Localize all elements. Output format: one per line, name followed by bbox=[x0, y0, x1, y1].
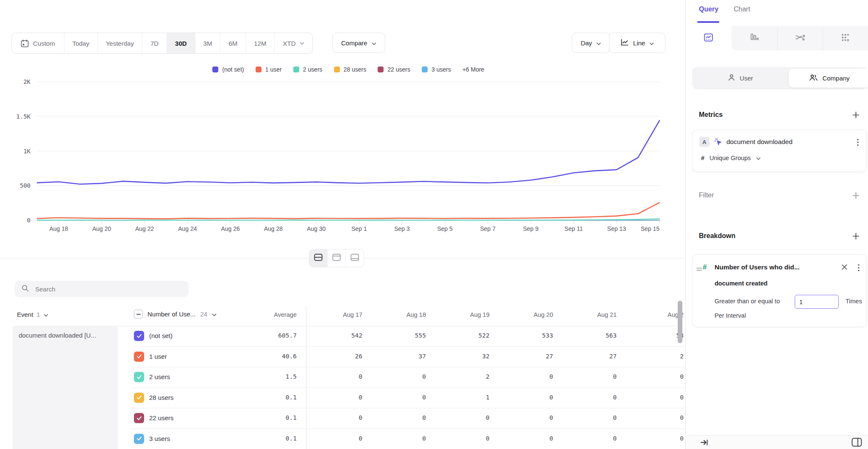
chart-tab-grid[interactable] bbox=[823, 26, 868, 50]
svg-text:Aug 24: Aug 24 bbox=[178, 225, 197, 232]
svg-text:Sep 11: Sep 11 bbox=[565, 225, 583, 232]
row-checkbox[interactable] bbox=[134, 393, 144, 403]
divider bbox=[131, 429, 685, 429]
column-header[interactable]: Average bbox=[274, 311, 297, 318]
layout-chart-only-button[interactable] bbox=[327, 249, 345, 267]
layout-table-only-button[interactable] bbox=[345, 249, 364, 267]
layout-split-button[interactable] bbox=[309, 249, 327, 267]
series-count: 24 bbox=[200, 310, 207, 318]
cell-value: 0 bbox=[422, 373, 426, 380]
svg-text:Sep 1: Sep 1 bbox=[351, 225, 367, 232]
svg-text:Aug 26: Aug 26 bbox=[221, 225, 240, 232]
range-button-12m[interactable]: 12M bbox=[245, 33, 274, 53]
drag-handle-icon[interactable] bbox=[696, 266, 702, 273]
row-checkbox[interactable] bbox=[134, 434, 144, 444]
indeterminate-checkbox[interactable] bbox=[134, 310, 143, 319]
side-panel-icon[interactable] bbox=[851, 438, 862, 449]
analytics-dashboard: CustomTodayYesterday7D30D3M6M12MXTD Comp… bbox=[0, 0, 868, 449]
scope-company-button[interactable]: Company bbox=[789, 69, 868, 88]
cell-value: 555 bbox=[415, 332, 426, 339]
svg-text:Aug 20: Aug 20 bbox=[92, 225, 111, 232]
column-header[interactable]: Aug 21 bbox=[597, 311, 617, 318]
table-row: 1 user40.626373227272 bbox=[0, 346, 685, 367]
collapse-panel-icon[interactable] bbox=[700, 439, 708, 448]
tab-query[interactable]: Query bbox=[699, 6, 718, 13]
breakdown-interval-label: Per Interval bbox=[715, 312, 746, 319]
series-column-header[interactable]: Number of Use... 24 bbox=[134, 310, 217, 319]
row-label: 2 users bbox=[149, 373, 170, 380]
row-checkbox[interactable] bbox=[134, 372, 144, 382]
scope-user-button[interactable]: User bbox=[692, 67, 789, 89]
user-icon bbox=[728, 74, 735, 83]
column-header[interactable]: Aug 18 bbox=[406, 311, 426, 318]
top-panel-icon bbox=[332, 254, 341, 263]
cell-value: 0 bbox=[613, 373, 617, 380]
company-icon bbox=[809, 74, 818, 83]
column-header[interactable]: Aug 17 bbox=[343, 311, 362, 318]
search-bar bbox=[15, 281, 189, 297]
range-button-xtd[interactable]: XTD bbox=[274, 33, 312, 53]
cell-value: 0 bbox=[613, 435, 617, 442]
chart-tab-line[interactable] bbox=[686, 26, 731, 50]
breakdown-heading: Breakdown bbox=[699, 232, 735, 240]
table-row: 2 users1.5002000 bbox=[0, 367, 685, 387]
svg-text:Sep 7: Sep 7 bbox=[480, 225, 496, 232]
range-button-yesterday[interactable]: Yesterday bbox=[97, 33, 142, 53]
cell-value: 0 bbox=[486, 414, 490, 421]
chart-type-button[interactable]: Line bbox=[609, 33, 665, 53]
range-button-30d[interactable]: 30D bbox=[167, 33, 195, 53]
row-label: 28 users bbox=[149, 394, 174, 401]
divider bbox=[131, 388, 685, 388]
chart-tab-bar[interactable] bbox=[732, 26, 777, 50]
table-row: 28 users0.1001000 bbox=[0, 388, 685, 408]
row-checkbox[interactable] bbox=[134, 352, 144, 362]
active-tab-indicator bbox=[697, 21, 719, 23]
cell-value: 0 bbox=[359, 373, 362, 380]
breakdown-value-input[interactable] bbox=[795, 295, 839, 309]
cell-value: 522 bbox=[479, 332, 490, 339]
chart-tab-flow[interactable] bbox=[777, 26, 823, 50]
average-value: 0.1 bbox=[286, 394, 297, 401]
measure-label: Unique Groups bbox=[709, 155, 751, 161]
range-button-today[interactable]: Today bbox=[64, 33, 97, 53]
scope-company-label: Company bbox=[822, 75, 849, 82]
breakdown-card[interactable]: # Number of Users who did... document cr… bbox=[692, 254, 867, 327]
cell-value: 0 bbox=[680, 394, 684, 401]
average-value: 0.1 bbox=[286, 414, 297, 421]
row-checkbox[interactable] bbox=[134, 331, 144, 341]
close-icon[interactable] bbox=[841, 264, 848, 272]
main-area: CustomTodayYesterday7D30D3M6M12MXTD Comp… bbox=[0, 0, 685, 449]
chevron-down-icon bbox=[596, 39, 601, 47]
range-button-7d[interactable]: 7D bbox=[142, 33, 167, 53]
cell-value: 0 bbox=[613, 414, 617, 421]
granularity-button[interactable]: Day bbox=[572, 33, 610, 53]
range-label: 30D bbox=[175, 40, 187, 47]
svg-text:Sep 3: Sep 3 bbox=[394, 225, 410, 232]
cell-value: 0 bbox=[549, 414, 553, 421]
kebab-menu-icon[interactable] bbox=[856, 263, 861, 274]
range-label: Yesterday bbox=[106, 40, 134, 47]
range-button-6m[interactable]: 6M bbox=[220, 33, 245, 53]
measure-dropdown[interactable]: # Unique Groups bbox=[701, 154, 761, 162]
row-checkbox[interactable] bbox=[134, 413, 144, 423]
chevron-down-icon bbox=[372, 39, 376, 47]
column-header[interactable]: Aug 20 bbox=[534, 311, 553, 318]
add-filter-button[interactable] bbox=[852, 191, 860, 199]
search-icon bbox=[22, 285, 29, 294]
range-button-3m[interactable]: 3M bbox=[195, 33, 220, 53]
column-header[interactable]: Aug 19 bbox=[470, 311, 490, 318]
sidebar-tabs: Query Chart bbox=[686, 0, 868, 25]
scope-user-label: User bbox=[740, 75, 753, 82]
search-input[interactable] bbox=[34, 285, 180, 293]
breakdown-title: Number of Users who did... bbox=[715, 263, 800, 271]
compare-button[interactable]: Compare bbox=[332, 33, 385, 53]
add-breakdown-button[interactable] bbox=[852, 232, 860, 240]
add-metric-button[interactable] bbox=[852, 111, 860, 119]
table-scrollbar[interactable] bbox=[678, 301, 682, 343]
event-column-header[interactable]: Event 1 bbox=[17, 311, 48, 318]
metric-card[interactable]: A document downloaded # Unique Groups bbox=[692, 130, 867, 172]
range-button-custom[interactable]: Custom bbox=[12, 33, 64, 53]
tab-chart[interactable]: Chart bbox=[734, 6, 750, 13]
kebab-menu-icon[interactable] bbox=[855, 138, 860, 149]
table-row: 3 users0.1000000 bbox=[0, 429, 685, 449]
